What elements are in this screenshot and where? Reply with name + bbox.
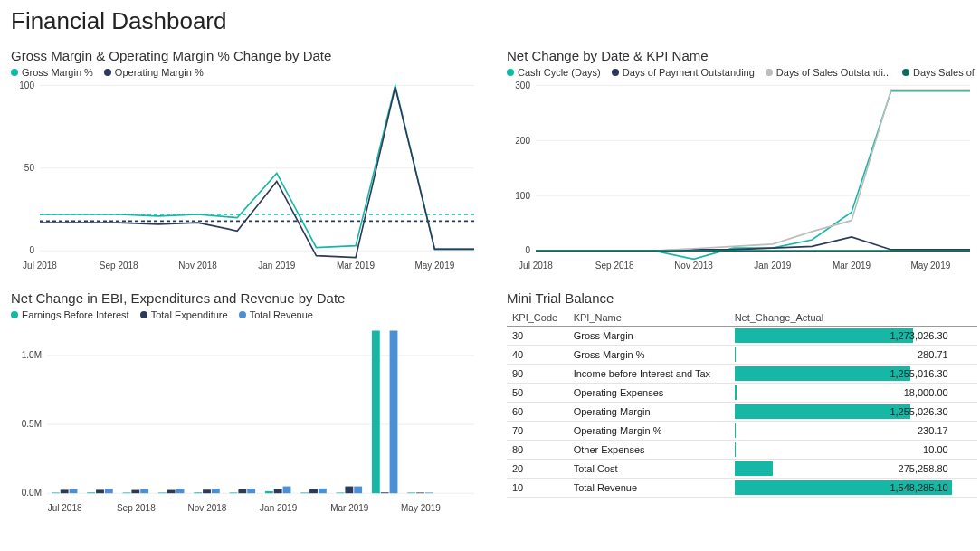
svg-text:1.0M: 1.0M [22,350,42,360]
bar-chart[interactable]: 0.0M0.5M1.0MJul 2018Sep 2018Nov 2018Jan … [11,322,481,517]
legend-label: Total Revenue [250,309,313,320]
svg-rect-50 [407,492,415,493]
panel-title: Net Change in EBI, Expenditures and Reve… [11,290,481,306]
svg-rect-64 [70,489,78,494]
cell-net-change: 18,000.00 [729,384,977,403]
legend-dot-icon [766,69,773,76]
cell-kpi-name: Total Revenue [568,479,729,498]
legend-item[interactable]: Cash Cycle (Days) [507,67,601,78]
table-row[interactable]: 40Gross Margin %280.71 [507,346,977,365]
cell-kpi-name: Operating Margin % [568,422,729,441]
svg-rect-57 [238,489,246,493]
line-chart[interactable]: 050100Jul 2018Sep 2018Nov 2018Jan 2019Ma… [11,80,481,274]
table-row[interactable]: 70Operating Margin %230.17 [507,422,977,441]
legend-item[interactable]: Total Expenditure [140,309,228,320]
svg-rect-70 [283,487,291,494]
table-row[interactable]: 60Operating Margin1,255,026.30 [507,403,977,422]
legend-dot-icon [902,69,909,76]
col-kpi-code[interactable]: KPI_Code [507,309,568,327]
legend-dot-icon [507,69,514,76]
legend-dot-icon [104,69,111,76]
svg-rect-73 [390,330,398,493]
table-row[interactable]: 20Total Cost275,258.80 [507,460,977,479]
cell-kpi-name: Operating Margin [568,403,729,422]
svg-rect-68 [212,489,220,493]
panel-net-change-kpi[interactable]: Net Change by Date & KPI Name Cash Cycle… [507,48,977,274]
svg-text:Jul 2018: Jul 2018 [23,260,57,270]
legend-item[interactable]: Days Sales of Inve... [902,67,977,78]
svg-rect-40 [52,492,60,493]
svg-text:Jul 2018: Jul 2018 [519,260,553,270]
svg-text:Jul 2018: Jul 2018 [48,502,82,512]
bar-value-label: 1,255,016.30 [890,366,947,381]
svg-rect-46 [265,491,273,493]
legend: Gross Margin %Operating Margin % [11,67,481,78]
cell-kpi-name: Gross Margin % [568,346,729,365]
bar-value-label: 275,258.80 [899,461,948,476]
col-net-change[interactable]: Net_Change_Actual [729,309,977,327]
panel-gross-op-margin[interactable]: Gross Margin & Operating Margin % Change… [11,48,481,274]
svg-rect-41 [87,492,95,493]
cell-kpi-name: Operating Expenses [568,384,729,403]
line-chart[interactable]: 0100200300Jul 2018Sep 2018Nov 2018Jan 20… [507,80,977,274]
svg-text:Mar 2019: Mar 2019 [833,260,871,270]
svg-text:Sep 2018: Sep 2018 [100,260,138,270]
table-row[interactable]: 90Income before Interest and Tax1,255,01… [507,365,977,384]
cell-kpi-code: 40 [507,346,568,365]
cell-net-change: 230.17 [729,422,977,441]
svg-text:Sep 2018: Sep 2018 [117,502,156,512]
legend-item[interactable]: Days of Sales Outstandi... [766,67,891,78]
cell-kpi-name: Other Expenses [568,441,729,460]
legend-item[interactable]: Operating Margin % [104,67,204,78]
legend-label: Earnings Before Interest [22,309,129,320]
col-kpi-name[interactable]: KPI_Name [568,309,729,327]
svg-rect-48 [337,492,345,493]
svg-text:Nov 2018: Nov 2018 [674,260,713,270]
svg-text:May 2019: May 2019 [401,502,441,512]
legend-label: Operating Margin % [115,67,204,78]
legend-item[interactable]: Earnings Before Interest [11,309,129,320]
table-row[interactable]: 30Gross Margin1,273,026.30 [507,327,977,346]
bar-fill [735,328,913,343]
svg-rect-59 [309,489,318,494]
svg-rect-43 [158,492,167,493]
svg-rect-71 [319,489,327,493]
legend-item[interactable]: Gross Margin % [11,67,93,78]
panel-mini-trial-balance[interactable]: Mini Trial Balance KPI_Code KPI_Name Net… [507,290,977,517]
svg-rect-61 [381,492,389,493]
cell-net-change: 1,255,026.30 [729,403,977,422]
svg-text:200: 200 [515,135,530,145]
bar-fill [735,366,911,381]
svg-text:100: 100 [515,190,530,200]
svg-rect-62 [416,492,424,493]
svg-text:0.5M: 0.5M [22,419,42,429]
cell-net-change: 280.71 [729,346,977,365]
legend-item[interactable]: Days of Payment Outstanding [612,67,755,78]
svg-rect-72 [354,487,362,494]
bar-value-label: 1,548,285.10 [890,480,947,495]
cell-kpi-name: Total Cost [568,460,729,479]
svg-rect-74 [425,492,433,493]
cell-kpi-code: 70 [507,422,568,441]
panel-ebi-exp-rev[interactable]: Net Change in EBI, Expenditures and Reve… [11,290,481,517]
legend-label: Total Expenditure [151,309,228,320]
svg-text:0: 0 [29,245,34,255]
table-row[interactable]: 50Operating Expenses18,000.00 [507,384,977,403]
svg-rect-67 [176,489,185,494]
table-row[interactable]: 10Total Revenue1,548,285.10 [507,479,977,498]
trial-balance-table[interactable]: KPI_Code KPI_Name Net_Change_Actual 30Gr… [507,309,977,498]
legend-item[interactable]: Total Revenue [239,309,313,320]
svg-rect-53 [96,489,104,493]
bar-value-label: 10.00 [923,442,948,457]
svg-text:300: 300 [515,80,530,90]
table-row[interactable]: 80Other Expenses10.00 [507,441,977,460]
svg-rect-47 [300,492,309,493]
svg-rect-44 [194,492,202,493]
cell-kpi-code: 20 [507,460,568,479]
svg-text:Sep 2018: Sep 2018 [595,260,634,270]
legend-dot-icon [11,311,18,318]
svg-text:May 2019: May 2019 [414,260,454,270]
cell-net-change: 10.00 [729,441,977,460]
svg-text:Jan 2019: Jan 2019 [754,260,791,270]
svg-rect-49 [372,330,380,493]
